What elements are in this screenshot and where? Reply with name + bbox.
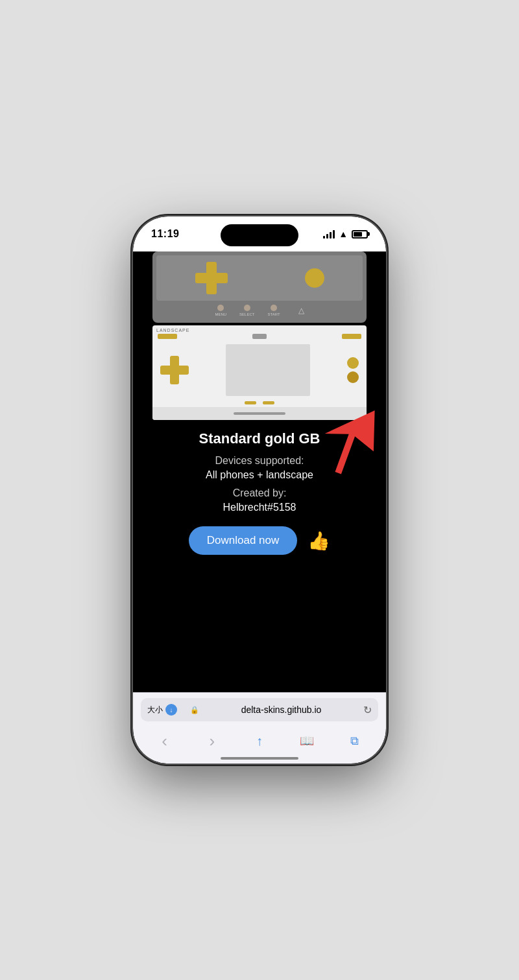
landscape-main-area bbox=[152, 342, 367, 399]
download-row: Download now 👍 bbox=[146, 526, 373, 555]
dpad-control bbox=[195, 262, 228, 294]
share-button[interactable]: ↑ bbox=[247, 729, 272, 752]
start-dash bbox=[263, 401, 274, 404]
phone-screen: 11:19 ▲ bbox=[133, 216, 386, 764]
reload-button[interactable]: ↻ bbox=[363, 704, 372, 716]
like-button[interactable]: 👍 bbox=[308, 530, 330, 552]
left-trigger bbox=[158, 334, 177, 339]
creator-name: Helbrecht#5158 bbox=[146, 502, 373, 513]
b-button bbox=[347, 371, 359, 383]
svg-marker-0 bbox=[318, 404, 376, 475]
red-arrow-annotation bbox=[318, 404, 376, 478]
browser-bar: 大小 ↓ 🔒 delta-skins.github.io ↻ ‹ › ↑ 📖 ⧉ bbox=[133, 692, 386, 764]
status-time: 11:19 bbox=[151, 228, 179, 240]
a-button bbox=[347, 357, 359, 369]
landscape-label: LANDSCAPE bbox=[152, 325, 367, 334]
select-dash bbox=[245, 401, 256, 404]
menu-controls-row: MENU SELECT START △ bbox=[152, 301, 367, 318]
bookmark-button[interactable]: 📖 bbox=[294, 729, 320, 752]
landscape-dpad bbox=[160, 356, 189, 384]
landscape-ab-buttons bbox=[347, 357, 359, 383]
home-bar bbox=[234, 412, 285, 415]
url-left-controls: 大小 ↓ bbox=[147, 704, 186, 716]
download-now-button[interactable]: Download now bbox=[189, 526, 298, 555]
font-size-down-button[interactable]: ↓ bbox=[165, 704, 177, 716]
dynamic-island bbox=[221, 224, 298, 246]
font-size-label: 大小 bbox=[147, 705, 163, 716]
lock-icon: 🔒 bbox=[190, 706, 199, 714]
landscape-game-screen bbox=[226, 344, 310, 396]
url-text[interactable]: delta-skins.github.io bbox=[203, 705, 359, 715]
battery-icon bbox=[352, 230, 368, 239]
phone-frame: 11:19 ▲ bbox=[133, 216, 386, 764]
start-label: START bbox=[267, 312, 280, 316]
tabs-button[interactable]: ⧉ bbox=[341, 729, 367, 752]
wifi-icon: ▲ bbox=[339, 229, 348, 239]
content-area: MENU SELECT START △ bbox=[133, 251, 386, 692]
game-screen-area bbox=[156, 255, 363, 301]
triggers-row bbox=[152, 334, 367, 339]
created-by-label: Created by: bbox=[146, 487, 373, 499]
right-trigger bbox=[342, 334, 361, 339]
center-trigger bbox=[252, 334, 267, 339]
select-label: SELECT bbox=[239, 312, 254, 316]
status-icons: ▲ bbox=[323, 229, 368, 239]
url-bar: 大小 ↓ 🔒 delta-skins.github.io ↻ bbox=[141, 698, 378, 721]
triangle-icon: △ bbox=[298, 306, 304, 315]
signal-icon bbox=[323, 230, 335, 239]
menu-label: MENU bbox=[215, 312, 226, 316]
navigation-bar: ‹ › ↑ 📖 ⧉ bbox=[141, 727, 378, 755]
back-button[interactable]: ‹ bbox=[152, 729, 178, 752]
skin-portrait-preview: MENU SELECT START △ bbox=[133, 251, 386, 420]
large-circle-button bbox=[305, 268, 324, 288]
status-bar: 11:19 ▲ bbox=[133, 216, 386, 251]
home-indicator bbox=[221, 757, 298, 760]
forward-button[interactable]: › bbox=[199, 729, 225, 752]
